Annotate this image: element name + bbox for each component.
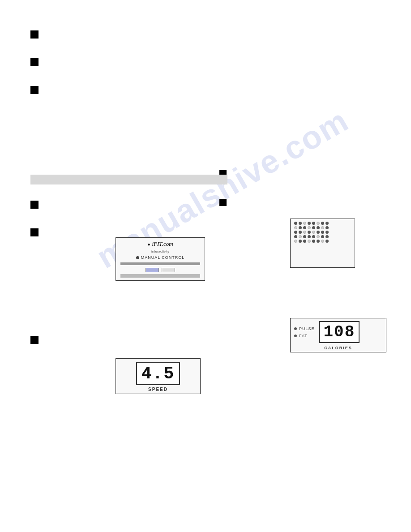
calories-value: 108 bbox=[319, 321, 360, 343]
dot bbox=[303, 235, 306, 238]
speed-display-box: 4.5 SPEED bbox=[116, 358, 201, 394]
dot bbox=[308, 231, 311, 234]
dot bbox=[308, 235, 311, 238]
calories-display-box: PULSE FAT 108 CALORIES bbox=[290, 318, 386, 352]
speed-label: SPEED bbox=[148, 387, 168, 392]
dot bbox=[312, 240, 315, 243]
console-subtitle: interactivity bbox=[151, 249, 169, 253]
dot bbox=[303, 226, 306, 229]
calories-labels: PULSE FAT bbox=[294, 326, 315, 338]
dot bbox=[299, 226, 302, 229]
dot bbox=[312, 235, 315, 238]
dot bbox=[325, 222, 329, 225]
manual-dot bbox=[136, 256, 139, 259]
console-bottom-strip bbox=[120, 274, 200, 278]
dot bbox=[308, 222, 311, 225]
console-tab-1[interactable] bbox=[146, 268, 159, 272]
dot bbox=[299, 222, 302, 225]
console-divider bbox=[120, 262, 200, 265]
pulse-label-row: PULSE bbox=[294, 326, 315, 331]
fat-label-row: FAT bbox=[294, 334, 315, 338]
speed-value: 4.5 bbox=[136, 362, 180, 385]
dot bbox=[294, 235, 297, 238]
dot-grid bbox=[294, 222, 351, 243]
console-tab-2[interactable] bbox=[162, 268, 175, 272]
dot bbox=[312, 226, 315, 229]
dot bbox=[321, 231, 324, 234]
console-logo-row: ● iFIT.com bbox=[147, 240, 173, 248]
dot bbox=[312, 222, 315, 225]
dot bbox=[321, 240, 324, 243]
dot bbox=[317, 226, 320, 229]
calories-label: CALORIES bbox=[291, 345, 386, 352]
dot bbox=[321, 222, 324, 225]
dot bbox=[312, 231, 315, 234]
console-dot-icon: ● bbox=[147, 242, 150, 247]
dot bbox=[299, 231, 302, 234]
dot bbox=[303, 222, 306, 225]
bullet-4 bbox=[30, 201, 39, 209]
dot bbox=[303, 231, 306, 234]
fat-label: FAT bbox=[299, 334, 308, 338]
console-manual-label: MANUAL CONTROL bbox=[136, 255, 185, 260]
console-logo: iFIT.com bbox=[152, 240, 173, 248]
dot bbox=[299, 240, 302, 243]
dot bbox=[325, 235, 329, 238]
dot bbox=[308, 240, 311, 243]
dot-row-2 bbox=[294, 226, 351, 229]
bullet-5 bbox=[30, 228, 39, 236]
dot-matrix-box bbox=[290, 219, 355, 268]
pulse-dot bbox=[294, 327, 297, 330]
speed-display-inner: 4.5 SPEED bbox=[116, 359, 200, 394]
gray-bar bbox=[30, 175, 227, 184]
bullet-1 bbox=[30, 30, 39, 39]
dot bbox=[308, 226, 311, 229]
pulse-label: PULSE bbox=[299, 326, 315, 331]
dot bbox=[325, 231, 329, 234]
dot bbox=[325, 226, 329, 229]
dot bbox=[303, 240, 306, 243]
console-panel: ● iFIT.com interactivity MANUAL CONTROL bbox=[116, 237, 205, 281]
bullet-2 bbox=[30, 58, 39, 66]
bullet-6 bbox=[30, 336, 39, 344]
dot bbox=[325, 240, 329, 243]
dot bbox=[317, 235, 320, 238]
dot bbox=[317, 240, 320, 243]
dot bbox=[317, 231, 320, 234]
dot bbox=[317, 222, 320, 225]
dot bbox=[321, 235, 324, 238]
dot bbox=[294, 222, 297, 225]
dot bbox=[294, 240, 297, 243]
console-tabs bbox=[146, 268, 175, 272]
dot bbox=[294, 231, 297, 234]
dot bbox=[299, 235, 302, 238]
calories-inner: PULSE FAT 108 bbox=[291, 318, 386, 345]
fat-dot bbox=[294, 335, 297, 337]
bullet-right-2 bbox=[219, 199, 227, 206]
dot-row-5 bbox=[294, 240, 351, 243]
bullet-3 bbox=[30, 86, 39, 94]
dot-row-4 bbox=[294, 235, 351, 238]
dot-row-1 bbox=[294, 222, 351, 225]
dot-row-3 bbox=[294, 231, 351, 234]
dot bbox=[294, 226, 297, 229]
dot bbox=[321, 226, 324, 229]
